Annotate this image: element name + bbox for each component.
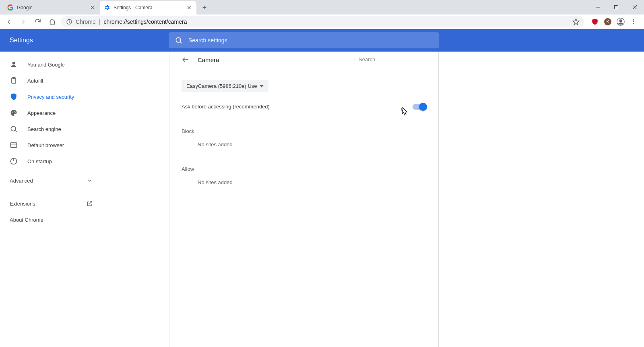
sidebar-item-you-and-google[interactable]: You and Google xyxy=(0,56,99,73)
sidebar-link-about[interactable]: About Chrome xyxy=(0,212,103,228)
sidebar-item-label: Search engine xyxy=(27,126,61,132)
settings-search-bar[interactable] xyxy=(169,32,439,48)
browser-tab-strip: Google ✕ Settings - Camera ✕ + xyxy=(0,0,644,15)
camera-device-select[interactable]: EasyCamera (5986:210e) Use xyxy=(182,80,268,92)
sidebar-item-privacy[interactable]: Privacy and security xyxy=(0,89,99,105)
svg-point-21 xyxy=(12,111,13,112)
page-search[interactable] xyxy=(354,53,426,66)
tab-close-icon[interactable]: ✕ xyxy=(186,4,192,11)
browser-toolbar: Chrome | chrome://settings/content/camer… xyxy=(0,15,644,29)
nav-home-button[interactable] xyxy=(47,16,58,27)
app-title: Settings xyxy=(10,37,169,44)
sidebar-item-label: Privacy and security xyxy=(27,94,74,100)
sidebar-item-label: You and Google xyxy=(27,62,65,68)
sidebar-advanced-toggle[interactable]: Advanced xyxy=(0,172,103,189)
mcafee-extension-icon[interactable] xyxy=(591,18,599,26)
sidebar-divider xyxy=(0,192,98,192)
camera-select-value: EasyCamera (5986:210e) Use xyxy=(186,83,257,89)
nav-reload-button[interactable] xyxy=(32,16,43,27)
url-origin: Chrome xyxy=(76,19,96,25)
svg-line-25 xyxy=(15,131,17,132)
toggle-knob xyxy=(419,103,427,111)
svg-point-23 xyxy=(15,112,16,113)
browser-tab-settings[interactable]: Settings - Camera ✕ xyxy=(100,1,196,15)
caret-down-icon xyxy=(260,84,264,88)
right-gutter xyxy=(439,52,644,347)
settings-sidebar: You and Google Autofill Privacy and secu… xyxy=(0,52,103,347)
window-maximize-button[interactable] xyxy=(607,0,625,15)
sidebar-item-search-engine[interactable]: Search engine xyxy=(0,121,99,137)
app-header: Settings xyxy=(0,29,644,52)
svg-rect-5 xyxy=(69,21,69,23)
block-section-label: Block xyxy=(182,128,426,134)
svg-marker-7 xyxy=(573,19,579,25)
svg-point-14 xyxy=(633,23,634,24)
page-search-input[interactable] xyxy=(359,56,426,62)
svg-point-24 xyxy=(11,126,16,131)
tab-close-icon[interactable]: ✕ xyxy=(89,4,96,11)
sidebar-item-default-browser[interactable]: Default browser xyxy=(0,137,99,153)
svg-line-32 xyxy=(355,60,355,60)
profile-badge-icon[interactable]: K xyxy=(604,18,612,26)
sidebar-link-label: Extensions xyxy=(10,201,35,207)
settings-app: Settings You and Google Autofill Privacy… xyxy=(0,29,644,347)
svg-rect-6 xyxy=(69,20,69,21)
page-back-button[interactable] xyxy=(182,56,190,64)
extension-icons: K xyxy=(588,18,641,26)
person-icon xyxy=(10,60,18,69)
allow-section-label: Allow xyxy=(182,166,426,172)
browser-menu-icon[interactable] xyxy=(630,18,638,26)
address-bar[interactable]: Chrome | chrome://settings/content/camer… xyxy=(61,16,584,27)
svg-rect-1 xyxy=(615,6,618,9)
svg-point-11 xyxy=(619,19,622,22)
url-separator: | xyxy=(99,19,101,25)
svg-point-31 xyxy=(354,59,355,60)
sidebar-link-extensions[interactable]: Extensions xyxy=(0,195,103,212)
new-tab-button[interactable]: + xyxy=(199,2,210,13)
svg-rect-26 xyxy=(11,143,17,148)
svg-marker-33 xyxy=(260,85,264,87)
svg-point-15 xyxy=(176,37,181,42)
svg-point-17 xyxy=(12,62,15,64)
palette-icon xyxy=(10,109,18,117)
profile-avatar-icon[interactable] xyxy=(617,18,625,26)
google-favicon-icon xyxy=(7,4,14,11)
ask-before-accessing-row: Ask before accessing (recommended) xyxy=(182,104,426,110)
settings-search-input[interactable] xyxy=(188,37,433,44)
external-link-icon xyxy=(87,200,93,207)
settings-card: Camera EasyCamera (5986:210e) Use Ask be… xyxy=(169,52,439,347)
sidebar-item-label: On startup xyxy=(27,158,52,164)
sidebar-item-label: Appearance xyxy=(27,110,56,116)
svg-point-13 xyxy=(633,21,634,22)
search-icon xyxy=(10,125,18,133)
sidebar-item-appearance[interactable]: Appearance xyxy=(0,105,99,121)
nav-back-button[interactable] xyxy=(3,16,14,27)
power-icon xyxy=(10,157,18,165)
window-close-button[interactable] xyxy=(625,0,644,15)
sidebar-link-label: About Chrome xyxy=(10,217,43,223)
nav-forward-button[interactable] xyxy=(18,16,29,27)
shield-icon xyxy=(10,93,18,101)
content-area: Camera EasyCamera (5986:210e) Use Ask be… xyxy=(103,52,644,347)
sidebar-item-on-startup[interactable]: On startup xyxy=(0,153,99,169)
ask-before-accessing-toggle[interactable] xyxy=(413,104,426,110)
svg-point-22 xyxy=(14,111,15,112)
clipboard-icon xyxy=(10,77,18,85)
svg-point-12 xyxy=(633,19,634,21)
browser-tab-google[interactable]: Google ✕ xyxy=(3,1,100,15)
page-header: Camera xyxy=(182,52,426,68)
svg-rect-19 xyxy=(13,77,15,79)
tab-title: Google xyxy=(17,5,89,10)
browser-icon xyxy=(10,141,18,149)
search-icon xyxy=(354,56,355,63)
gear-favicon-icon xyxy=(104,4,110,11)
tab-title: Settings - Camera xyxy=(114,5,186,10)
bookmark-star-icon[interactable] xyxy=(572,18,580,25)
sidebar-item-autofill[interactable]: Autofill xyxy=(0,73,99,89)
site-info-icon[interactable] xyxy=(66,19,72,25)
svg-point-20 xyxy=(12,112,12,113)
allow-empty-text: No sites added xyxy=(182,179,426,185)
search-icon xyxy=(175,36,183,44)
window-controls xyxy=(588,0,644,15)
window-minimize-button[interactable] xyxy=(588,0,607,15)
